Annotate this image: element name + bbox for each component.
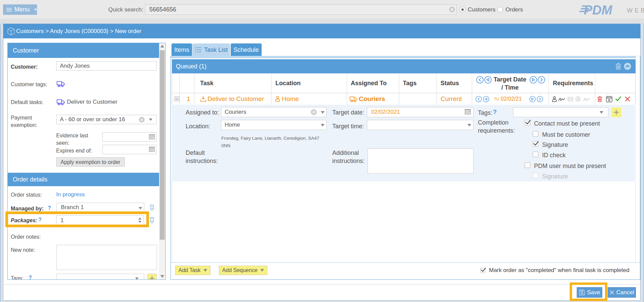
svg-text:WEB: WEB: [627, 7, 644, 14]
svg-text:PDM: PDM: [584, 3, 613, 17]
